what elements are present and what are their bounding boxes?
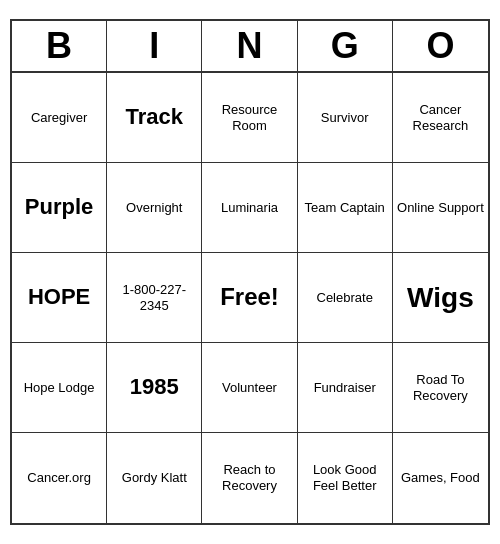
bingo-cell: Road To Recovery <box>393 343 488 433</box>
bingo-cell: Wigs <box>393 253 488 343</box>
bingo-cell: 1-800-227-2345 <box>107 253 202 343</box>
bingo-cell: Cancer Research <box>393 73 488 163</box>
header-letter: G <box>298 21 393 71</box>
bingo-cell: Resource Room <box>202 73 297 163</box>
bingo-grid: CaregiverTrackResource RoomSurvivorCance… <box>12 73 488 523</box>
bingo-cell: Look Good Feel Better <box>298 433 393 523</box>
bingo-cell: Celebrate <box>298 253 393 343</box>
bingo-cell: Purple <box>12 163 107 253</box>
bingo-cell: HOPE <box>12 253 107 343</box>
bingo-card: BINGO CaregiverTrackResource RoomSurvivo… <box>10 19 490 525</box>
bingo-cell: Fundraiser <box>298 343 393 433</box>
bingo-cell: Games, Food <box>393 433 488 523</box>
header-letter: N <box>202 21 297 71</box>
bingo-cell: Gordy Klatt <box>107 433 202 523</box>
bingo-cell: Luminaria <box>202 163 297 253</box>
header-letter: I <box>107 21 202 71</box>
bingo-header: BINGO <box>12 21 488 73</box>
bingo-cell: Volunteer <box>202 343 297 433</box>
bingo-cell: Overnight <box>107 163 202 253</box>
bingo-cell: Track <box>107 73 202 163</box>
bingo-cell: Cancer.org <box>12 433 107 523</box>
bingo-cell: Free! <box>202 253 297 343</box>
bingo-cell: Survivor <box>298 73 393 163</box>
bingo-cell: Online Support <box>393 163 488 253</box>
bingo-cell: 1985 <box>107 343 202 433</box>
bingo-cell: Reach to Recovery <box>202 433 297 523</box>
bingo-cell: Team Captain <box>298 163 393 253</box>
bingo-cell: Hope Lodge <box>12 343 107 433</box>
bingo-cell: Caregiver <box>12 73 107 163</box>
header-letter: O <box>393 21 488 71</box>
header-letter: B <box>12 21 107 71</box>
